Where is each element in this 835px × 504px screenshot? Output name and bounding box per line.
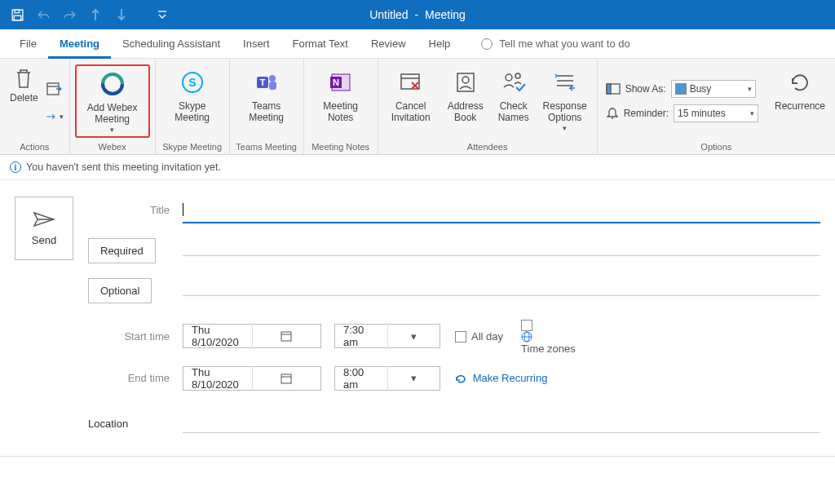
start-time-picker[interactable]: 7:30 am ▾ — [334, 324, 440, 348]
check-names-icon — [499, 68, 528, 97]
svg-rect-1 — [14, 10, 19, 13]
tab-file[interactable]: File — [8, 31, 48, 56]
chevron-down-icon: ▾ — [387, 324, 440, 348]
svg-point-24 — [515, 73, 520, 78]
start-date-picker[interactable]: Thu 8/10/2020 — [183, 324, 321, 348]
save-icon[interactable] — [10, 7, 24, 22]
optional-button[interactable]: Optional — [88, 278, 152, 303]
group-options: Show As: Busy ▾ Reminder: 15 minutes ▾ — [598, 59, 835, 154]
lightbulb-icon — [481, 38, 493, 50]
title-label: Title — [150, 204, 170, 216]
chevron-down-icon: ▾ — [744, 85, 752, 93]
calendar-icon — [252, 324, 321, 348]
skype-meeting-button[interactable]: S Skype Meeting — [161, 64, 224, 138]
forward-arrow-icon[interactable]: ▾ — [46, 108, 64, 126]
teams-icon: T — [252, 68, 281, 97]
title-input[interactable] — [183, 197, 820, 223]
svg-rect-13 — [269, 82, 276, 90]
end-time-picker[interactable]: 8:00 am ▾ — [334, 366, 440, 391]
trash-icon — [14, 68, 33, 89]
reminder-combo[interactable]: 15 minutes ▾ — [674, 104, 758, 122]
svg-text:N: N — [333, 77, 339, 87]
svg-rect-32 — [281, 332, 291, 341]
chevron-down-icon: ▾ — [387, 366, 440, 391]
arrow-down-icon[interactable] — [114, 7, 129, 22]
tab-review[interactable]: Review — [360, 31, 418, 56]
ribbon: Delete ▾ Actions Add Webex Meeting ▾ — [0, 59, 835, 155]
group-actions: Delete ▾ Actions — [0, 59, 70, 154]
window-title: Untitled - Meeting — [368, 8, 467, 21]
redo-icon[interactable] — [62, 7, 77, 22]
svg-point-22 — [462, 77, 469, 83]
delete-button[interactable]: Delete — [5, 64, 42, 138]
body-divider — [0, 456, 835, 457]
ribbon-tabs: File Meeting Scheduling Assistant Insert… — [0, 29, 835, 59]
calendar-forward-icon[interactable] — [46, 80, 64, 98]
end-time-label: End time — [88, 372, 170, 384]
svg-rect-37 — [281, 374, 291, 383]
location-input[interactable] — [183, 415, 820, 433]
group-skype: S Skype Meeting Skype Meeting — [156, 59, 230, 154]
compose-area: Send Title Required Optional Start time … — [0, 180, 835, 449]
arrow-up-icon[interactable] — [88, 7, 103, 22]
svg-text:T: T — [259, 77, 265, 87]
meeting-notes-button[interactable]: N Meeting Notes — [309, 64, 373, 138]
required-input[interactable] — [183, 245, 820, 256]
recurrence-icon — [785, 68, 815, 97]
location-button[interactable]: Location — [88, 418, 170, 430]
info-text: You haven't sent this meeting invitation… — [26, 161, 221, 173]
tab-help[interactable]: Help — [418, 31, 462, 56]
recurring-icon — [455, 372, 470, 384]
show-as-icon — [606, 83, 621, 95]
globe-icon — [521, 331, 532, 343]
tab-insert[interactable]: Insert — [232, 31, 281, 56]
make-recurring-link[interactable]: Make Recurring — [455, 372, 547, 384]
tab-format-text[interactable]: Format Text — [281, 31, 360, 56]
info-bar: i You haven't sent this meeting invitati… — [0, 155, 835, 180]
tab-scheduling-assistant[interactable]: Scheduling Assistant — [111, 31, 232, 56]
group-teams: T Teams Meeting Teams Meeting — [230, 59, 304, 154]
time-zones-checkbox[interactable]: Time zones — [521, 318, 576, 355]
undo-icon[interactable] — [36, 7, 51, 22]
chevron-down-icon: ▾ — [747, 109, 754, 117]
webex-icon — [98, 69, 127, 99]
optional-input[interactable] — [183, 285, 820, 296]
show-as-label: Show As: — [625, 83, 666, 95]
cancel-invitation-icon — [396, 68, 426, 97]
all-day-checkbox[interactable]: All day — [455, 330, 503, 343]
reminder-bell-icon — [606, 107, 619, 120]
send-button[interactable]: Send — [15, 197, 73, 260]
send-icon — [33, 211, 55, 228]
recurrence-button[interactable]: Recurrence — [770, 64, 830, 138]
quick-access-toolbar — [7, 7, 170, 22]
svg-point-12 — [269, 75, 276, 82]
required-button[interactable]: Required — [88, 238, 156, 263]
tab-meeting[interactable]: Meeting — [48, 31, 111, 59]
address-book-icon — [451, 68, 480, 97]
reminder-label: Reminder: — [624, 108, 669, 119]
svg-point-23 — [506, 74, 512, 81]
svg-rect-2 — [14, 15, 21, 20]
skype-icon: S — [178, 68, 207, 97]
group-attendees: Cancel Invitation Address Book Check Nam… — [378, 59, 598, 154]
cancel-invitation-button[interactable]: Cancel Invitation — [383, 64, 439, 138]
address-book-button[interactable]: Address Book — [442, 64, 489, 138]
info-icon: i — [10, 161, 21, 173]
busy-swatch-icon — [675, 83, 687, 95]
response-options-icon — [550, 68, 580, 97]
end-date-picker[interactable]: Thu 8/10/2020 — [183, 366, 321, 391]
svg-text:S: S — [188, 76, 196, 89]
start-time-label: Start time — [88, 330, 170, 343]
add-webex-meeting-button[interactable]: Add Webex Meeting ▾ — [75, 64, 150, 138]
qat-customize-icon[interactable] — [155, 7, 170, 22]
teams-meeting-button[interactable]: T Teams Meeting — [235, 64, 298, 138]
tell-me-search[interactable]: Tell me what you want to do — [481, 38, 630, 50]
svg-rect-29 — [607, 84, 611, 94]
check-names-button[interactable]: Check Names — [493, 64, 535, 138]
group-webex: Add Webex Meeting ▾ Webex — [70, 59, 156, 154]
show-as-combo[interactable]: Busy ▾ — [671, 80, 756, 98]
response-options-button[interactable]: Response Options ▾ — [538, 64, 592, 138]
calendar-icon — [252, 366, 321, 391]
group-meeting-notes: N Meeting Notes Meeting Notes — [304, 59, 378, 154]
onenote-icon: N — [326, 68, 356, 97]
